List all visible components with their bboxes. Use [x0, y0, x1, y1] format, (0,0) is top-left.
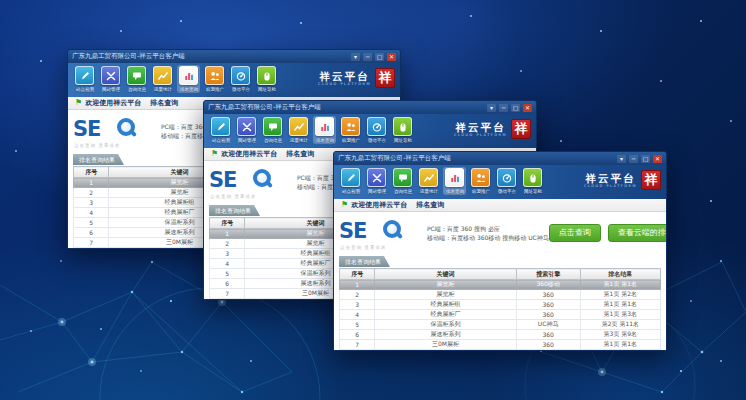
- close-button[interactable]: ✕: [523, 104, 532, 112]
- table-row[interactable]: 7三0M展柜360第1页 第1名: [340, 340, 661, 350]
- skin-button[interactable]: ▾: [617, 155, 626, 163]
- toolbar-item-alliance-promo[interactable]: 联盟推广: [339, 116, 362, 144]
- skin-button[interactable]: ▾: [351, 53, 360, 61]
- line-chart-icon: [419, 168, 438, 187]
- toolbar-item-traffic-stats[interactable]: 流量统计: [417, 167, 440, 195]
- col-header-index: 序号: [74, 167, 109, 178]
- table-cell: 360: [516, 290, 580, 300]
- table-cell: 第1页 第1名: [580, 280, 660, 290]
- toolbar-item-site-check[interactable]: 站点检测: [339, 167, 362, 195]
- tab-rank-results[interactable]: 排名查询结果: [209, 205, 260, 216]
- maximize-button[interactable]: ▢: [511, 104, 520, 112]
- table-row[interactable]: 8三0M展柜厂360第1页 第2名: [340, 350, 661, 352]
- chat-icon: [263, 117, 282, 136]
- toolbar-item-inquiry-info[interactable]: 咨询信息: [125, 65, 148, 93]
- seo-logo: SE 点击查询 查看排名: [209, 168, 293, 196]
- magnifier-icon: [253, 169, 271, 187]
- toolbar-item-inquiry-info[interactable]: 咨询信息: [261, 116, 284, 144]
- table-cell: 展览柜: [375, 280, 516, 290]
- toolbar-item-inquiry-info[interactable]: 咨询信息: [391, 167, 414, 195]
- table-row[interactable]: 3经典展柜组360第1页 第1名: [340, 300, 661, 310]
- toolbar-item-wechat-platform[interactable]: 微信平台: [365, 116, 388, 144]
- mouse-icon: [393, 117, 412, 136]
- toolbar-item-alliance-promo[interactable]: 联盟推广: [203, 65, 226, 93]
- table-cell: 360: [516, 330, 580, 340]
- brand-seal-icon: 祥: [641, 170, 661, 190]
- seo-logo: SE 点击查询 查看排名: [73, 117, 157, 145]
- table-row[interactable]: 2展览柜360第1页 第2名: [340, 290, 661, 300]
- bar-chart-icon: [315, 117, 334, 136]
- table-cell: 360: [516, 310, 580, 320]
- window-titlebar[interactable]: 广东九鼎工贸有限公司-祥云平台客户端 ▾ ─ ▢ ✕: [334, 152, 666, 165]
- skin-button[interactable]: ▾: [487, 104, 496, 112]
- maximize-button[interactable]: ▢: [375, 53, 384, 61]
- table-cell: 3: [74, 198, 109, 208]
- toolbar-label: 流量统计: [290, 137, 308, 142]
- query-button[interactable]: 点击查询: [549, 224, 601, 242]
- rank-results-table: 序号 关键词 搜索引擎 排名结果 1展览柜360移动第1页 第1名2展览柜360…: [339, 268, 661, 351]
- table-cell: 第3页 第9名: [580, 330, 660, 340]
- window-title: 广东九鼎工贸有限公司-祥云平台客户端: [208, 103, 321, 112]
- tab-rank-results[interactable]: 排名查询结果: [339, 256, 390, 267]
- toolbar-item-site-manage[interactable]: 网站管理: [365, 167, 388, 195]
- close-button[interactable]: ✕: [387, 53, 396, 61]
- toolbar-label: 联盟推广: [206, 86, 224, 91]
- toolbar-label: 站点检测: [212, 137, 230, 142]
- brand-subtitle: CLOUD PLATFORM: [454, 133, 507, 137]
- app-window-front[interactable]: 广东九鼎工贸有限公司-祥云平台客户端 ▾ ─ ▢ ✕ 站点检测 网站管理: [333, 151, 667, 351]
- brand-seal-icon: 祥: [511, 119, 531, 139]
- toolbar-item-site-manage[interactable]: 网站管理: [235, 116, 258, 144]
- toolbar-label: 流量统计: [420, 188, 438, 193]
- toolbar-item-url-nav[interactable]: 网址导航: [521, 167, 544, 195]
- window-titlebar[interactable]: 广东九鼎工贸有限公司-祥云平台客户端 ▾ ─ ▢ ✕: [68, 50, 400, 63]
- table-row[interactable]: 4经典展柜厂360第1页 第3名: [340, 310, 661, 320]
- table-row[interactable]: 6展速柜系列360第3页 第9名: [340, 330, 661, 340]
- toolbar-label: 网址导航: [524, 188, 542, 193]
- table-cell: 360: [516, 340, 580, 350]
- main-toolbar: 站点检测 网站管理 咨询信息 流量统计: [204, 114, 536, 148]
- compass-icon: [497, 168, 516, 187]
- close-button[interactable]: ✕: [653, 155, 662, 163]
- table-cell: 7: [210, 289, 245, 299]
- main-toolbar: 站点检测 网站管理 咨询信息 流量统计: [68, 63, 400, 97]
- toolbar-item-traffic-stats[interactable]: 流量统计: [287, 116, 310, 144]
- minimize-button[interactable]: ─: [629, 155, 638, 163]
- line-chart-icon: [289, 117, 308, 136]
- table-row[interactable]: 5保温柜系列UC神马第2页 第11名: [340, 320, 661, 330]
- table-row[interactable]: 1展览柜360移动第1页 第1名: [340, 280, 661, 290]
- toolbar-item-rank-query[interactable]: 排名查询: [443, 167, 466, 195]
- tab-rank-results[interactable]: 排名查询结果: [73, 154, 124, 165]
- table-cell: 1: [74, 178, 109, 188]
- toolbar-item-wechat-platform[interactable]: 微信平台: [229, 65, 252, 93]
- table-cell: 6: [74, 228, 109, 238]
- table-cell: 4: [340, 310, 375, 320]
- toolbar-item-site-manage[interactable]: 网站管理: [99, 65, 122, 93]
- toolbar-item-traffic-stats[interactable]: 流量统计: [151, 65, 174, 93]
- brand-name: 祥云平台: [584, 173, 637, 184]
- toolbar-item-alliance-promo[interactable]: 联盟推广: [469, 167, 492, 195]
- toolbar-item-url-nav[interactable]: 网址导航: [255, 65, 278, 93]
- brand-logo: 祥云平台 CLOUD PLATFORM 祥: [584, 167, 661, 190]
- toolbar-label: 网址导航: [394, 137, 412, 142]
- toolbar-item-url-nav[interactable]: 网址导航: [391, 116, 414, 144]
- main-toolbar: 站点检测 网站管理 咨询信息 流量统计: [334, 165, 666, 199]
- window-titlebar[interactable]: 广东九鼎工贸有限公司-祥云平台客户端 ▾ ─ ▢ ✕: [204, 101, 536, 114]
- table-cell: 8: [210, 299, 245, 301]
- seo-slogan: 点击查询 查看排名: [74, 143, 120, 148]
- toolbar-label: 网站管理: [368, 188, 386, 193]
- minimize-button[interactable]: ─: [363, 53, 372, 61]
- table-cell: 4: [210, 259, 245, 269]
- maximize-button[interactable]: ▢: [641, 155, 650, 163]
- people-icon: [341, 117, 360, 136]
- view-cloud-rank-button[interactable]: 查看云端的排名: [608, 224, 667, 242]
- table-cell: 2: [340, 290, 375, 300]
- table-cell: 三0M展柜: [375, 340, 516, 350]
- toolbar-item-site-check[interactable]: 站点检测: [209, 116, 232, 144]
- toolbar-item-site-check[interactable]: 站点检测: [73, 65, 96, 93]
- minimize-button[interactable]: ─: [499, 104, 508, 112]
- col-header-keyword: 关键词: [375, 269, 516, 280]
- seo-banner: SE 点击查询 查看排名 PC端：百度 360 搜狗 必应 移动端：百度移动 3…: [339, 216, 661, 249]
- toolbar-item-rank-query[interactable]: 排名查询: [177, 65, 200, 93]
- toolbar-item-rank-query[interactable]: 排名查询: [313, 116, 336, 144]
- toolbar-item-wechat-platform[interactable]: 微信平台: [495, 167, 518, 195]
